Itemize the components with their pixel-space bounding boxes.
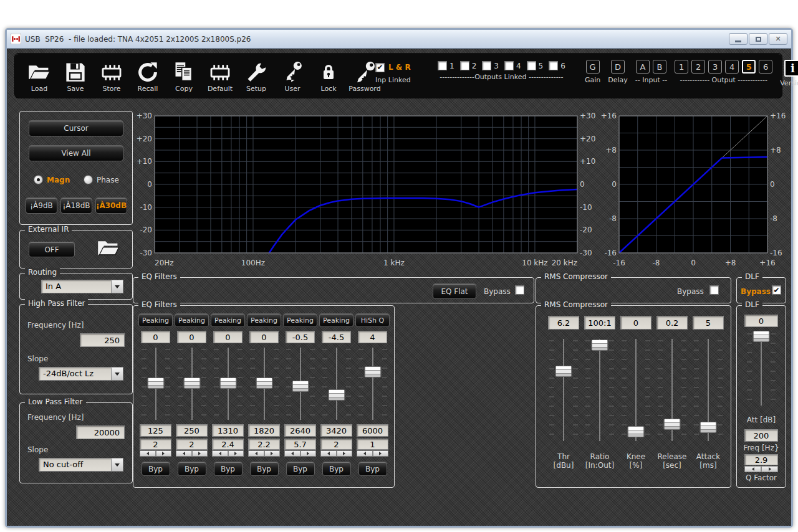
compressor-slider-thumb[interactable]: [628, 426, 645, 437]
spinner-right-icon[interactable]: [228, 450, 244, 457]
spinner-left-icon[interactable]: [284, 450, 300, 457]
hpf-frequency-field[interactable]: 250: [80, 333, 125, 347]
eq-band-freq-field[interactable]: 2640: [284, 424, 316, 437]
eq-flat-button[interactable]: EQ Flat: [433, 283, 476, 299]
eq-band-q-field[interactable]: 5.7: [284, 439, 316, 450]
toolbar-button-store[interactable]: Store: [94, 57, 130, 93]
input-select-a[interactable]: A: [636, 60, 650, 74]
spinner-right-icon[interactable]: [337, 450, 353, 457]
spinner-left-icon[interactable]: [176, 450, 192, 457]
folder-open-icon[interactable]: [96, 237, 121, 262]
spinner-left-icon[interactable]: [320, 450, 337, 457]
eq-band-slider[interactable]: [355, 346, 390, 421]
compressor-slider-thumb[interactable]: [700, 422, 717, 433]
toolbar-button-lock[interactable]: Lock: [310, 57, 347, 93]
toolbar-button-default[interactable]: Default: [202, 57, 238, 93]
toolbar-button-load[interactable]: Load: [21, 57, 57, 93]
minimize-button[interactable]: [729, 33, 748, 45]
compressor-slider-thumb[interactable]: [555, 366, 572, 377]
phase-radio[interactable]: Phase: [84, 175, 119, 184]
dlf-q-spinner[interactable]: [744, 466, 778, 472]
eq-band-gain-field[interactable]: 0: [177, 331, 206, 343]
eq-band-q-field[interactable]: 2: [320, 439, 352, 450]
compressor-slider[interactable]: [620, 338, 652, 442]
compressor-slider[interactable]: [692, 338, 724, 442]
routing-select[interactable]: In A: [41, 280, 123, 293]
eq-band-freq-field[interactable]: 6000: [357, 424, 388, 437]
close-button[interactable]: ✕: [769, 33, 787, 45]
spinner-left-icon[interactable]: [212, 450, 228, 457]
eq-band-type-button[interactable]: HiSh Q: [355, 313, 390, 327]
eq-band-slider[interactable]: [211, 346, 245, 421]
eq-band-slider-thumb[interactable]: [147, 378, 164, 389]
eq-band-slider-thumb[interactable]: [328, 389, 345, 401]
eq-band-q-spinner[interactable]: [212, 450, 244, 457]
eq-band-slider[interactable]: [319, 346, 353, 421]
toolbar-button-copy[interactable]: Copy: [166, 57, 202, 93]
eq-band-freq-field[interactable]: 3420: [320, 424, 352, 437]
eq-band-bypass-button[interactable]: Byp: [142, 462, 170, 476]
eq-band-freq-field[interactable]: 125: [140, 424, 171, 437]
eq-band-q-spinner[interactable]: [140, 450, 171, 457]
dlf-q-field[interactable]: 2.9: [744, 454, 778, 465]
eq-band-slider-thumb[interactable]: [219, 378, 236, 389]
eq-band-type-button[interactable]: Peaking: [138, 313, 173, 327]
eq-band-bypass-button[interactable]: Byp: [250, 462, 279, 476]
cursor-button[interactable]: Cursor: [29, 120, 123, 136]
outputs-linked-checkbox-6[interactable]: 6: [549, 61, 565, 70]
spinner-left-icon[interactable]: [140, 450, 156, 457]
eq-band-slider-thumb[interactable]: [183, 378, 200, 389]
maximize-button[interactable]: [749, 33, 767, 45]
eq-band-q-field[interactable]: 2.2: [248, 439, 280, 450]
eq-band-q-field[interactable]: 1: [357, 439, 388, 450]
eq-band-gain-field[interactable]: 0: [141, 331, 170, 343]
eq-band-gain-field[interactable]: 0: [249, 331, 279, 343]
eq-band-slider[interactable]: [283, 346, 317, 421]
spinner-right-icon[interactable]: [156, 450, 172, 457]
delay-button[interactable]: D: [611, 60, 625, 74]
outputs-linked-checkbox-4[interactable]: 4: [504, 61, 521, 70]
dlf-freq-field[interactable]: 200: [744, 429, 778, 442]
eq-band-q-field[interactable]: 2: [140, 439, 171, 450]
outputs-linked-checkbox-1[interactable]: 1: [438, 61, 454, 70]
eq-band-type-button[interactable]: Peaking: [283, 313, 317, 327]
dlf-att-slider[interactable]: [744, 331, 779, 407]
eq-band-q-spinner[interactable]: [248, 450, 280, 457]
eq-band-slider-thumb[interactable]: [292, 381, 309, 392]
view-all-button[interactable]: View All: [29, 145, 123, 161]
compressor-value-field[interactable]: 5: [693, 316, 724, 330]
eq-band-gain-field[interactable]: -4.5: [322, 331, 351, 343]
compressor-value-field[interactable]: 6.2: [548, 316, 579, 330]
outputs-linked-checkbox-2[interactable]: 2: [460, 61, 477, 70]
spinner-right-icon[interactable]: [300, 450, 317, 457]
outputs-linked-checkbox-3[interactable]: 3: [482, 61, 499, 70]
spinner-right-icon[interactable]: [264, 450, 281, 457]
eq-band-bypass-button[interactable]: Byp: [178, 462, 206, 476]
range-button-9db[interactable]: ¡À9dB: [26, 197, 57, 214]
spinner-right-icon[interactable]: [373, 450, 389, 457]
spinner-left-icon[interactable]: [357, 450, 373, 457]
eq-band-slider-thumb[interactable]: [364, 366, 381, 378]
output-select-1[interactable]: 1: [675, 60, 688, 74]
eq-band-freq-field[interactable]: 1820: [248, 424, 280, 437]
output-select-5[interactable]: 5: [742, 60, 756, 74]
eq-band-q-spinner[interactable]: [320, 450, 352, 457]
compressor-slider[interactable]: [584, 338, 616, 442]
eq-band-freq-field[interactable]: 250: [176, 424, 208, 437]
version-button[interactable]: i: [784, 60, 798, 77]
toolbar-button-setup[interactable]: Setup: [238, 57, 274, 93]
eq-band-gain-field[interactable]: -0.5: [286, 331, 315, 343]
eq-band-gain-field[interactable]: 4: [358, 331, 387, 343]
gain-button[interactable]: G: [586, 60, 600, 74]
toolbar-button-user[interactable]: User: [274, 57, 310, 93]
external-ir-off-button[interactable]: OFF: [29, 242, 75, 257]
eq-band-bypass-button[interactable]: Byp: [286, 462, 315, 476]
eq-band-gain-field[interactable]: 0: [213, 331, 243, 343]
eq-band-freq-field[interactable]: 1310: [212, 424, 244, 437]
range-button-30db[interactable]: ¡À30dB: [95, 197, 127, 214]
output-select-3[interactable]: 3: [708, 60, 722, 74]
comp-bypass-checkbox[interactable]: [709, 285, 719, 295]
outputs-linked-checkbox-5[interactable]: 5: [527, 61, 544, 70]
eq-band-q-field[interactable]: 2.4: [212, 439, 244, 450]
eq-band-slider-thumb[interactable]: [256, 378, 272, 389]
